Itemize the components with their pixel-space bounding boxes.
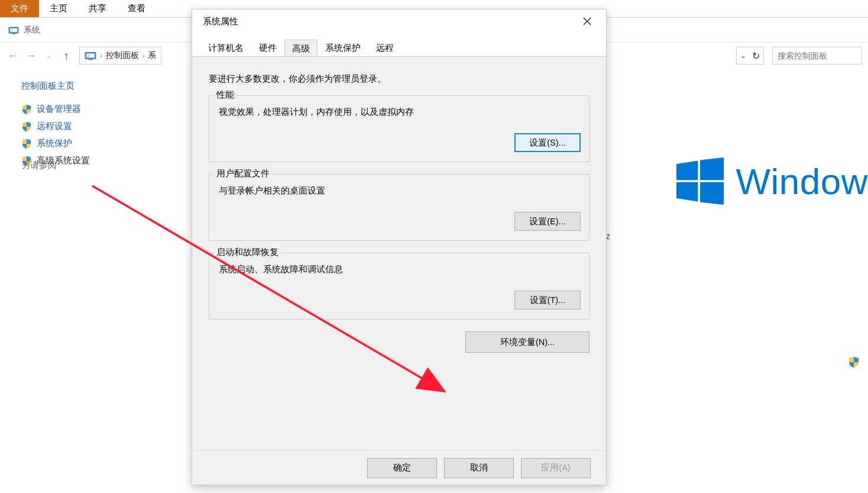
chevron-right-icon: › (99, 52, 103, 59)
address-dropdown-refresh[interactable]: ⌄ ↻ (736, 47, 764, 65)
sidebar-item-label: 远程设置 (37, 121, 72, 132)
svg-marker-4 (700, 157, 724, 180)
sidebar-home-link[interactable]: 控制面板主页 (21, 80, 189, 92)
tab-computer-name[interactable]: 计算机名 (200, 39, 251, 57)
shield-icon (21, 138, 32, 149)
breadcrumb-part-1[interactable]: 系 (145, 50, 158, 61)
chevron-right-icon: › (141, 52, 146, 59)
ribbon-tab-file[interactable]: 文件 (0, 0, 39, 17)
stray-text: z (606, 231, 610, 241)
sidebar-item-label: 设备管理器 (37, 104, 81, 115)
environment-variables-button[interactable]: 环境变量(N)... (465, 331, 590, 353)
dialog-title: 系统属性 (203, 16, 574, 27)
dialog-body: 要进行大多数更改，你必须作为管理员登录。 性能 视觉效果，处理器计划，内存使用，… (192, 56, 606, 450)
group-legend: 启动和故障恢复 (214, 247, 281, 258)
sidebar-item-label: 系统保护 (37, 138, 72, 149)
windows-logo: Window (676, 157, 868, 205)
shield-icon (21, 121, 32, 132)
sidebar: 控制面板主页 设备管理器 远程设置 系统保护 高级系统设置 另请参阅 (0, 69, 189, 172)
sidebar-item-device-manager[interactable]: 设备管理器 (21, 104, 189, 115)
search-input[interactable] (772, 47, 862, 65)
chevron-down-icon[interactable]: ⌄ (740, 51, 746, 60)
performance-settings-button[interactable]: 设置(S)... (514, 133, 581, 152)
windows-wordmark: Window (736, 160, 868, 202)
dialog-footer: 确定 取消 应用(A) (192, 450, 606, 485)
see-also-heading: 另请参阅 (21, 160, 57, 171)
group-performance: 性能 视觉效果，处理器计划，内存使用，以及虚拟内存 设置(S)... (209, 95, 590, 162)
tab-system-protection[interactable]: 系统保护 (318, 39, 368, 57)
shield-icon (848, 356, 859, 367)
tab-hardware[interactable]: 硬件 (251, 39, 284, 57)
apply-button[interactable]: 应用(A) (521, 458, 591, 478)
group-desc: 视觉效果，处理器计划，内存使用，以及虚拟内存 (219, 107, 581, 118)
dialog-titlebar: 系统属性 (192, 9, 606, 33)
startup-recovery-settings-button[interactable]: 设置(T)... (514, 291, 581, 310)
svg-marker-3 (676, 160, 698, 180)
windows-logo-icon (676, 157, 724, 205)
nav-up-icon[interactable]: ↑ (59, 49, 73, 63)
cancel-button[interactable]: 取消 (444, 458, 514, 478)
ok-button[interactable]: 确定 (367, 458, 437, 478)
system-icon (8, 26, 19, 34)
group-legend: 用户配置文件 (214, 168, 272, 179)
ribbon-tab-share[interactable]: 共享 (78, 0, 117, 17)
tab-advanced[interactable]: 高级 (284, 40, 318, 58)
group-desc: 与登录帐户相关的桌面设置 (219, 185, 581, 196)
dialog-tabs: 计算机名 硬件 高级 系统保护 远程 (192, 33, 606, 57)
breadcrumb[interactable]: › 控制面板 › 系 (79, 47, 161, 65)
group-desc: 系统启动、系统故障和调试信息 (219, 264, 581, 275)
svg-marker-5 (676, 182, 698, 202)
user-profile-settings-button[interactable]: 设置(E)... (514, 212, 581, 231)
nav-forward-icon[interactable]: → (24, 49, 38, 63)
refresh-icon[interactable]: ↻ (752, 50, 760, 62)
system-properties-dialog: 系统属性 计算机名 硬件 高级 系统保护 远程 要进行大多数更改，你必须作为管理… (192, 9, 607, 485)
ribbon-tab-view[interactable]: 查看 (117, 0, 156, 17)
window-title: 系统 (24, 25, 40, 36)
nav-recent-icon[interactable]: ⌄ (41, 49, 56, 63)
sidebar-item-system-protection[interactable]: 系统保护 (21, 138, 189, 149)
breadcrumb-part-0[interactable]: 控制面板 (103, 50, 141, 61)
sidebar-item-remote-settings[interactable]: 远程设置 (21, 121, 189, 132)
group-legend: 性能 (214, 89, 237, 101)
close-button[interactable] (574, 12, 600, 30)
ribbon-tab-home[interactable]: 主页 (39, 0, 78, 17)
dialog-admin-note: 要进行大多数更改，你必须作为管理员登录。 (209, 73, 590, 85)
tab-remote[interactable]: 远程 (368, 39, 401, 57)
shield-icon (21, 104, 32, 115)
breadcrumb-sys-icon (85, 51, 96, 60)
group-user-profiles: 用户配置文件 与登录帐户相关的桌面设置 设置(E)... (209, 174, 590, 241)
group-startup-recovery: 启动和故障恢复 系统启动、系统故障和调试信息 设置(T)... (209, 253, 590, 320)
nav-back-icon[interactable]: ← (6, 49, 20, 63)
svg-marker-6 (700, 182, 724, 205)
